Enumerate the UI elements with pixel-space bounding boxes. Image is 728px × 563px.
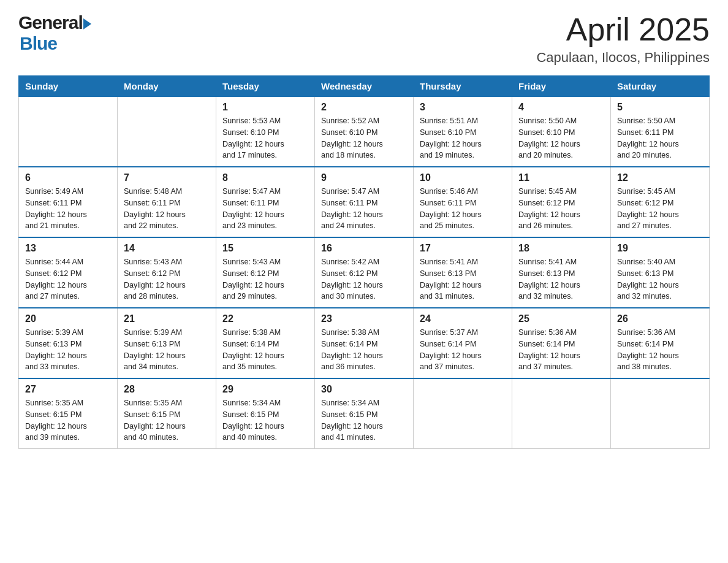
calendar-cell: 25Sunrise: 5:36 AM Sunset: 6:14 PM Dayli… [512,308,611,378]
day-info: Sunrise: 5:48 AM Sunset: 6:11 PM Dayligh… [124,186,210,232]
calendar-cell: 20Sunrise: 5:39 AM Sunset: 6:13 PM Dayli… [19,308,118,378]
location-subtitle: Capulaan, Ilocos, Philippines [536,50,710,66]
header-sunday: Sunday [19,76,118,97]
calendar-cell: 22Sunrise: 5:38 AM Sunset: 6:14 PM Dayli… [216,308,315,378]
day-info: Sunrise: 5:40 AM Sunset: 6:13 PM Dayligh… [617,256,703,302]
day-number: 25 [518,313,604,324]
day-number: 4 [518,102,604,113]
logo-arrow-icon [83,18,91,29]
calendar-cell: 12Sunrise: 5:45 AM Sunset: 6:12 PM Dayli… [611,167,710,237]
day-number: 6 [25,172,111,183]
header-friday: Friday [512,76,611,97]
calendar-cell: 16Sunrise: 5:42 AM Sunset: 6:12 PM Dayli… [315,237,414,308]
calendar-cell: 1Sunrise: 5:53 AM Sunset: 6:10 PM Daylig… [216,97,315,167]
day-number: 23 [321,313,407,324]
day-info: Sunrise: 5:49 AM Sunset: 6:11 PM Dayligh… [25,186,111,232]
calendar-cell: 6Sunrise: 5:49 AM Sunset: 6:11 PM Daylig… [19,167,118,237]
calendar-week-row: 20Sunrise: 5:39 AM Sunset: 6:13 PM Dayli… [19,308,710,378]
day-number: 24 [420,313,506,324]
day-info: Sunrise: 5:50 AM Sunset: 6:11 PM Dayligh… [617,115,703,161]
calendar-cell: 17Sunrise: 5:41 AM Sunset: 6:13 PM Dayli… [414,237,512,308]
day-info: Sunrise: 5:39 AM Sunset: 6:13 PM Dayligh… [25,327,111,373]
calendar-header-row: Sunday Monday Tuesday Wednesday Thursday… [19,76,710,97]
day-number: 9 [321,172,407,183]
calendar-cell: 4Sunrise: 5:50 AM Sunset: 6:10 PM Daylig… [512,97,611,167]
page-header: General Blue April 2025 Capulaan, Ilocos… [18,12,710,66]
day-info: Sunrise: 5:42 AM Sunset: 6:12 PM Dayligh… [321,256,407,302]
calendar-cell: 3Sunrise: 5:51 AM Sunset: 6:10 PM Daylig… [414,97,512,167]
day-number: 8 [222,172,308,183]
calendar-cell [19,97,118,167]
calendar-cell: 15Sunrise: 5:43 AM Sunset: 6:12 PM Dayli… [216,237,315,308]
day-info: Sunrise: 5:53 AM Sunset: 6:10 PM Dayligh… [222,115,308,161]
calendar-cell: 10Sunrise: 5:46 AM Sunset: 6:11 PM Dayli… [414,167,512,237]
logo-blue-text: Blue [20,33,57,53]
header-monday: Monday [118,76,216,97]
day-number: 3 [420,102,506,113]
day-info: Sunrise: 5:52 AM Sunset: 6:10 PM Dayligh… [321,115,407,161]
day-info: Sunrise: 5:45 AM Sunset: 6:12 PM Dayligh… [518,186,604,232]
calendar-cell: 28Sunrise: 5:35 AM Sunset: 6:15 PM Dayli… [118,378,216,449]
day-number: 18 [518,243,604,254]
calendar-cell: 30Sunrise: 5:34 AM Sunset: 6:15 PM Dayli… [315,378,414,449]
calendar-cell [611,378,710,449]
calendar-cell: 27Sunrise: 5:35 AM Sunset: 6:15 PM Dayli… [19,378,118,449]
day-info: Sunrise: 5:35 AM Sunset: 6:15 PM Dayligh… [124,397,210,443]
day-info: Sunrise: 5:36 AM Sunset: 6:14 PM Dayligh… [617,327,703,373]
header-tuesday: Tuesday [216,76,315,97]
logo-general-text: General [18,12,83,33]
day-info: Sunrise: 5:46 AM Sunset: 6:11 PM Dayligh… [420,186,506,232]
calendar-cell: 14Sunrise: 5:43 AM Sunset: 6:12 PM Dayli… [118,237,216,308]
day-info: Sunrise: 5:43 AM Sunset: 6:12 PM Dayligh… [124,256,210,302]
day-info: Sunrise: 5:34 AM Sunset: 6:15 PM Dayligh… [222,397,308,443]
day-info: Sunrise: 5:35 AM Sunset: 6:15 PM Dayligh… [25,397,111,443]
day-info: Sunrise: 5:51 AM Sunset: 6:10 PM Dayligh… [420,115,506,161]
day-number: 5 [617,102,703,113]
calendar-cell: 2Sunrise: 5:52 AM Sunset: 6:10 PM Daylig… [315,97,414,167]
day-number: 19 [617,243,703,254]
month-year-title: April 2025 [536,12,710,47]
day-number: 14 [124,243,210,254]
day-info: Sunrise: 5:36 AM Sunset: 6:14 PM Dayligh… [518,327,604,373]
day-number: 15 [222,243,308,254]
day-number: 16 [321,243,407,254]
day-number: 10 [420,172,506,183]
header-wednesday: Wednesday [315,76,414,97]
calendar-cell: 19Sunrise: 5:40 AM Sunset: 6:13 PM Dayli… [611,237,710,308]
day-number: 30 [321,384,407,395]
day-info: Sunrise: 5:37 AM Sunset: 6:14 PM Dayligh… [420,327,506,373]
header-thursday: Thursday [414,76,512,97]
day-info: Sunrise: 5:34 AM Sunset: 6:15 PM Dayligh… [321,397,407,443]
day-number: 29 [222,384,308,395]
day-info: Sunrise: 5:47 AM Sunset: 6:11 PM Dayligh… [321,186,407,232]
day-number: 11 [518,172,604,183]
calendar-cell: 9Sunrise: 5:47 AM Sunset: 6:11 PM Daylig… [315,167,414,237]
calendar-cell: 23Sunrise: 5:38 AM Sunset: 6:14 PM Dayli… [315,308,414,378]
day-info: Sunrise: 5:41 AM Sunset: 6:13 PM Dayligh… [518,256,604,302]
calendar-cell: 29Sunrise: 5:34 AM Sunset: 6:15 PM Dayli… [216,378,315,449]
calendar-cell [414,378,512,449]
header-saturday: Saturday [611,76,710,97]
day-info: Sunrise: 5:41 AM Sunset: 6:13 PM Dayligh… [420,256,506,302]
day-info: Sunrise: 5:47 AM Sunset: 6:11 PM Dayligh… [222,186,308,232]
title-section: April 2025 Capulaan, Ilocos, Philippines [536,12,710,66]
calendar-week-row: 13Sunrise: 5:44 AM Sunset: 6:12 PM Dayli… [19,237,710,308]
day-info: Sunrise: 5:39 AM Sunset: 6:13 PM Dayligh… [124,327,210,373]
day-number: 26 [617,313,703,324]
logo: General Blue [18,12,91,54]
day-info: Sunrise: 5:50 AM Sunset: 6:10 PM Dayligh… [518,115,604,161]
calendar-cell [118,97,216,167]
calendar-cell: 26Sunrise: 5:36 AM Sunset: 6:14 PM Dayli… [611,308,710,378]
calendar-cell: 11Sunrise: 5:45 AM Sunset: 6:12 PM Dayli… [512,167,611,237]
day-number: 20 [25,313,111,324]
calendar-week-row: 1Sunrise: 5:53 AM Sunset: 6:10 PM Daylig… [19,97,710,167]
day-number: 12 [617,172,703,183]
day-info: Sunrise: 5:45 AM Sunset: 6:12 PM Dayligh… [617,186,703,232]
calendar-cell: 8Sunrise: 5:47 AM Sunset: 6:11 PM Daylig… [216,167,315,237]
day-info: Sunrise: 5:38 AM Sunset: 6:14 PM Dayligh… [321,327,407,373]
calendar-week-row: 6Sunrise: 5:49 AM Sunset: 6:11 PM Daylig… [19,167,710,237]
day-number: 28 [124,384,210,395]
calendar-week-row: 27Sunrise: 5:35 AM Sunset: 6:15 PM Dayli… [19,378,710,449]
calendar-cell: 13Sunrise: 5:44 AM Sunset: 6:12 PM Dayli… [19,237,118,308]
calendar-cell [512,378,611,449]
